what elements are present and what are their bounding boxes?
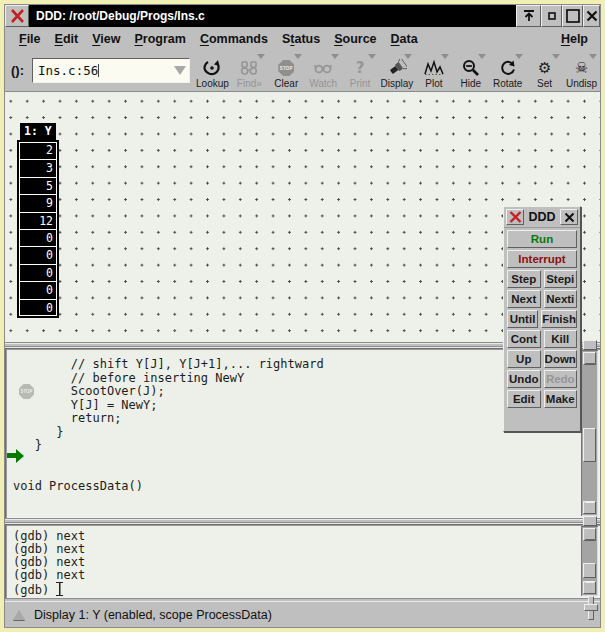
array-cell[interactable]: 0 [19,229,57,246]
array-cell[interactable]: 5 [19,177,57,194]
scroll-up-icon[interactable] [583,352,596,365]
dropdown-arrow-icon[interactable] [441,54,449,59]
dropdown-arrow-icon[interactable] [331,54,339,59]
array-cell[interactable]: 9 [19,194,57,211]
array-cell[interactable]: 0 [19,264,57,281]
iconify-button[interactable] [541,5,562,27]
command-tool-titlebar[interactable]: DDD [504,207,580,228]
dropdown-arrow-icon[interactable] [589,54,597,59]
hide-icon [462,58,480,78]
console-scrollbar[interactable] [581,526,598,596]
menu-help[interactable]: Help [561,32,588,46]
lookup-button[interactable]: Lookup [194,51,231,91]
array-cell[interactable]: 0 [19,281,57,298]
window-menu-button[interactable] [5,5,29,27]
menu-status[interactable]: Status [282,32,320,46]
display-button[interactable]: Display [379,51,416,91]
interrupt-button[interactable]: Interrupt [507,250,577,268]
code-line[interactable]: } [13,426,324,440]
array-cell[interactable]: 0 [19,299,57,316]
redo-button[interactable]: Redo [544,370,578,388]
dropdown-arrow-icon[interactable] [552,54,560,59]
edit-button[interactable]: Edit [507,390,541,408]
undo-button[interactable]: Undo [507,370,541,388]
menu-source[interactable]: Source [334,32,376,46]
plot-button[interactable]: Plot [415,51,452,91]
command-tool[interactable]: DDD Run Interrupt Step Stepi Next Nexti … [503,206,581,432]
source-scrollbar[interactable] [581,350,598,516]
dropdown-arrow-icon[interactable] [478,54,486,59]
command-tool-close-button[interactable] [560,209,578,225]
scroll-up-icon[interactable] [583,528,596,541]
array-cell[interactable]: 12 [19,212,57,229]
display-1-y[interactable]: 1: Y 2 3 5 9 12 0 0 0 0 0 [18,121,58,317]
gdb-console[interactable]: (gdb) next (gdb) next (gdb) next (gdb) n… [5,524,600,598]
command-tool-title: DDD [524,210,560,224]
set-button[interactable]: ⚙ Set [526,51,563,91]
code-line[interactable] [13,466,324,480]
code-line[interactable]: } [13,439,324,453]
ddd-x-logo-icon [506,209,524,225]
console-prompt-line[interactable]: (gdb) [13,582,85,595]
close-button[interactable] [583,5,600,27]
array-cell[interactable]: 2 [19,142,57,159]
code-line[interactable]: Y[J] = NewY; [13,399,324,413]
status-led-icon[interactable] [13,610,25,620]
argument-input[interactable]: Ins.c:56 [32,58,190,83]
watch-button[interactable]: Watch [305,51,342,91]
code-line[interactable] [13,453,324,467]
code-line[interactable]: // shift Y[J], Y[J+1],... rightward [13,358,324,372]
clear-button[interactable]: STOP Clear [268,51,305,91]
dropdown-arrow-icon[interactable] [515,54,523,59]
dropdown-arrow-icon[interactable] [257,54,265,59]
menu-commands[interactable]: Commands [200,32,268,46]
code-line[interactable]: void ProcessData() [13,480,324,494]
menu-program[interactable]: Program [134,32,185,46]
scroll-down-icon[interactable] [583,581,596,594]
nexti-button[interactable]: Nexti [544,290,578,308]
up-button[interactable]: Up [507,350,541,368]
text-cursor-icon [56,582,63,596]
combo-dropdown-icon[interactable] [174,66,186,75]
kill-button[interactable]: Kill [544,330,578,348]
scrollbar-thumb[interactable] [583,563,596,578]
titlebar[interactable]: DDD: /root/Debug/Progs/Ins.c [5,5,600,27]
step-button[interactable]: Step [507,270,541,288]
hide-button[interactable]: Hide [452,51,489,91]
code-line[interactable]: ScootOver(J); [13,385,324,399]
pane-sash-handle[interactable] [583,516,597,526]
array-cell[interactable]: 3 [19,159,57,176]
menu-view[interactable]: View [92,32,120,46]
disabled-breakpoint-stop-icon[interactable]: STOP [19,384,34,399]
menu-file[interactable]: File [19,32,41,46]
code-line[interactable]: return; [13,412,324,426]
stepi-button[interactable]: Stepi [544,270,578,288]
cont-button[interactable]: Cont [507,330,541,348]
display-values[interactable]: 2 3 5 9 12 0 0 0 0 0 [18,141,58,317]
dropdown-arrow-icon[interactable] [294,54,302,59]
array-cell[interactable]: 0 [19,246,57,263]
scrollbar-thumb[interactable] [583,428,596,462]
run-button[interactable]: Run [507,230,577,248]
undisp-button[interactable]: ☠ Undisp [563,51,600,91]
display-title[interactable]: 1: Y [20,123,56,141]
maximize-button[interactable] [562,5,583,27]
dropdown-arrow-icon[interactable] [404,54,412,59]
dropdown-arrow-icon[interactable] [368,54,376,59]
next-button[interactable]: Next [507,290,541,308]
down-button[interactable]: Down [544,350,578,368]
menu-data[interactable]: Data [391,32,418,46]
find-button[interactable]: Find» [231,51,268,91]
code-line[interactable]: // before inserting NewY [13,372,324,386]
finish-button[interactable]: Finish [541,310,577,328]
pane-sash-handle[interactable] [583,340,597,350]
rotate-button[interactable]: Rotate [489,51,526,91]
menu-edit[interactable]: Edit [55,32,79,46]
shade-button[interactable] [516,5,541,27]
until-button[interactable]: Until [507,310,538,328]
make-button[interactable]: Make [544,390,578,408]
print-button[interactable]: ? Print [342,51,379,91]
resize-sash-handle[interactable] [584,596,598,620]
scroll-down-icon[interactable] [583,501,596,514]
close-icon [564,212,575,223]
